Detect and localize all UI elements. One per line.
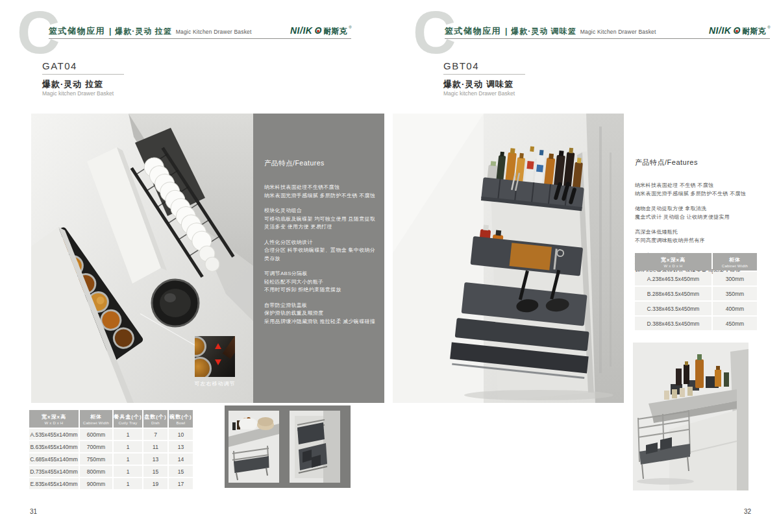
feature-line: 魔盒式设计 灵动组合 让收纳更便捷实用: [635, 213, 774, 222]
feature-group: 人性化分区收纳设计 合理分区 科学收纳碗碟架、置物盒 集中收纳分类存放: [264, 239, 377, 263]
product-name-en-right: Magic kitchen Drawer Basket: [443, 90, 515, 97]
product-code-underline-left: [42, 74, 124, 75]
table-cell: B.288x463.5x450mm: [635, 287, 711, 300]
header-series-left: 爆款·灵动 拉篮: [115, 26, 171, 37]
table-cell: C.685x455x140mm: [29, 453, 79, 465]
table-cell: 700mm: [80, 441, 112, 452]
feature-group: 可调节ABS分隔板 轻松匹配不同大小的瓶子 不用时可拆卸 拒绝约束随意摆放: [264, 270, 377, 295]
product-code-right: GBT04: [443, 60, 479, 71]
brand-logo-cn: 耐斯克: [323, 26, 347, 37]
feature-line: 储物盒灵动提取方便 拿取清洗: [635, 205, 774, 213]
table-cell: 1: [114, 441, 142, 452]
header-category-right: 篮式储物应用: [445, 25, 501, 37]
table-cell: 1: [114, 429, 142, 440]
product-name-en-left: Magic kitchen Drawer Basket: [42, 90, 114, 97]
brand-logo-reg: ®: [349, 25, 351, 29]
feature-line: 纳米表面光滑手感细腻 多层防护不生锈 不腐蚀: [635, 190, 774, 199]
main-photo-block-gat04: 产品特点/Features 纳米科技表面处理不生锈不腐蚀 纳米表面光滑手感细腻 …: [31, 114, 384, 403]
table-cell: 350mm: [713, 287, 757, 300]
table-cell: 450mm: [713, 317, 757, 330]
product-photo-gbt04: [393, 114, 624, 403]
arrow-down-icon: [215, 359, 221, 365]
feature-line: 合理分区 科学收纳碗碟架、置物盒 集中收纳分类存放: [264, 247, 377, 263]
thumbnail-photo-1: [229, 411, 279, 483]
feature-line: 纳米表面光滑手感细腻 多层防护不生锈 不腐蚀: [264, 192, 377, 200]
brand-logo-reg: ®: [767, 25, 770, 29]
product-name-right: 爆款·灵动 调味篮: [443, 79, 513, 90]
secondary-photo-gbt04: [633, 343, 748, 490]
header-series-en-left: Magic Kitchen Drawer Basket: [176, 29, 252, 35]
detail-inset-photo: [195, 336, 235, 377]
spec-table-gbt04: 宽x深x高W x D x H 柜体Cabinet Width A.238x463…: [635, 253, 757, 330]
brand-logo-left: NI/IK O 耐斯克 ®: [290, 25, 352, 37]
table-cell: 7: [143, 429, 167, 440]
secondary-photo-graphic: [633, 343, 748, 490]
page-number-right: 32: [744, 508, 751, 515]
features-title-left: 产品特点/Features: [264, 159, 377, 168]
header-rule-right: [445, 38, 770, 39]
feature-line: 纳米科技表面处理不生锈不腐蚀: [264, 184, 377, 192]
table-cell: C.338x463.5x450mm: [635, 302, 711, 315]
brand-logo-latin: NI/IK: [709, 25, 731, 36]
table-cell: A.535x455x140mm: [29, 429, 79, 440]
table-cell: D.735x455x140mm: [29, 466, 79, 477]
table-cell: E.835x455x140mm: [29, 478, 79, 489]
table-header-cell: 盘数(个)Dish: [143, 410, 167, 428]
feature-line: 不用时可拆卸 拒绝约束随意摆放: [264, 286, 377, 295]
feature-line: 可移动底板及碗碟架 均可独立使用 且随意提取: [264, 215, 377, 224]
page-header-left: 篮式储物应用 | 爆款·灵动 拉篮 Magic Kitchen Drawer B…: [49, 25, 252, 37]
table-header-cell: 柜体Cabinet Width: [713, 253, 757, 271]
main-photo-block-gbt04: [393, 114, 624, 403]
header-series-right: 爆款·灵动 调味篮: [511, 26, 576, 37]
product-code-underline-right: [443, 74, 525, 75]
brand-logo-latin: NI/IK: [290, 25, 312, 36]
feature-line: 保护滑轨的载重及顺滑度: [264, 309, 377, 318]
feature-line: 可调节ABS分隔板: [264, 270, 377, 278]
product-code-left: GAT04: [42, 60, 77, 71]
feature-group: 高深盒体低矮瓶托 不同高度调味瓶收纳井然有序: [635, 228, 774, 245]
table-header-cell: 宽x深x高W x D x H: [635, 253, 711, 271]
utensil-handle-icon: [223, 336, 235, 359]
table-header-cell: 柜体Cabinet Width: [80, 410, 112, 428]
header-divider-left: |: [109, 27, 111, 36]
table-cell: B.635x455x140mm: [29, 441, 79, 452]
page-header-right: 篮式储物应用 | 爆款·灵动 调味篮 Magic Kitchen Drawer …: [445, 25, 656, 37]
table-header-cell: 碗数(个)Bowl: [169, 410, 193, 428]
feature-line: 人性化分区收纳设计: [264, 239, 377, 247]
feature-group: 储物盒灵动提取方便 拿取清洗 魔盒式设计 灵动组合 让收纳更便捷实用: [635, 205, 774, 221]
table-cell: 750mm: [80, 453, 112, 465]
thumbnail-1-graphic: [229, 411, 279, 483]
features-panel-gat04: 产品特点/Features 纳米科技表面处理不生锈不腐蚀 纳米表面光滑手感细腻 …: [253, 114, 384, 403]
table-header-cell: 宽x深x高W x D x H: [29, 410, 79, 428]
table-cell: 600mm: [80, 429, 112, 440]
feature-line: 采用品牌缓冲隐藏滑轨 推拉轻柔 减少碗碟碰撞: [264, 318, 377, 326]
feature-line: 模块化灵动组合: [264, 207, 377, 215]
jar-detail-icon: [195, 336, 206, 357]
feature-line: 纳米科技表面处理 不生锈 不腐蚀: [635, 182, 774, 190]
brand-logo-o-icon: O: [733, 25, 740, 36]
table-cell: 900mm: [80, 478, 112, 489]
table-cell: 400mm: [713, 302, 757, 315]
feature-line: 灵活多变 使用方便 更易打理: [264, 223, 377, 232]
table-cell: 13: [169, 441, 193, 452]
feature-group: 模块化灵动组合 可移动底板及碗碟架 均可独立使用 且随意提取 灵活多变 使用方便…: [264, 207, 377, 232]
table-cell: 11: [143, 441, 167, 452]
product-name-left: 爆款·灵动 拉篮: [42, 79, 103, 90]
feature-group: 纳米科技表面处理不生锈不腐蚀 纳米表面光滑手感细腻 多层防护不生锈 不腐蚀: [264, 184, 377, 200]
table-header-cell: 餐具盒(个)Cutly Tray: [114, 410, 142, 428]
brand-logo-o-icon: O: [314, 25, 321, 36]
table-cell: 17: [169, 478, 193, 489]
feature-line: 不同高度调味瓶收纳井然有序: [635, 237, 774, 245]
feature-line: 高深盒体低矮瓶托: [635, 228, 774, 237]
header-rule-left: [49, 38, 351, 39]
feature-line: 自带防尘滑轨盖板: [264, 302, 377, 310]
table-cell: 10: [169, 429, 193, 440]
feature-group: 自带防尘滑轨盖板 保护滑轨的载重及顺滑度 采用品牌缓冲隐藏滑轨 推拉轻柔 减少碗…: [264, 302, 377, 326]
feature-line: 轻松匹配不同大小的瓶子: [264, 278, 377, 287]
header-category-left: 篮式储物应用: [49, 25, 105, 37]
table-cell: 1: [114, 466, 142, 477]
header-series-en-right: Magic Kitchen Drawer Basket: [580, 29, 656, 35]
table-cell: D.388x463.5x450mm: [635, 317, 711, 330]
spec-table-gat04: 宽x深x高W x D x H 柜体Cabinet Width 餐具盒(个)Cut…: [29, 410, 193, 489]
inset-caption: 可左右移动调节: [175, 380, 254, 387]
